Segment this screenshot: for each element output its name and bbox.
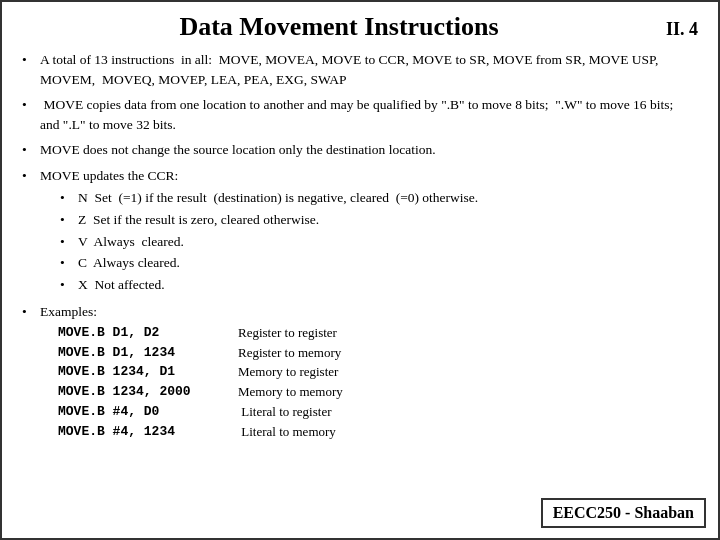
example-code: MOVE.B D1, 1234 [58, 344, 228, 363]
bullet-icon: • [22, 302, 40, 443]
bullet-text: A total of 13 instructions in all: MOVE,… [40, 50, 698, 89]
bullet-text: MOVE copies data from one location to an… [40, 95, 698, 134]
list-item: • X Not affected. [60, 275, 698, 295]
bullet-text: MOVE does not change the source location… [40, 140, 698, 160]
bullet-text: MOVE updates the CCR: [40, 168, 178, 183]
example-code: MOVE.B D1, D2 [58, 324, 228, 343]
list-item: • MOVE does not change the source locati… [22, 140, 698, 160]
bullet-icon: • [22, 140, 40, 160]
sub-bullet-icon: • [60, 210, 78, 230]
sub-bullet-text: C Always cleared. [78, 253, 180, 273]
slide-page: II. 4 [666, 19, 698, 40]
example-row: MOVE.B 1234, D1 Memory to register [58, 363, 698, 382]
example-row: MOVE.B D1, 1234 Register to memory [58, 344, 698, 363]
list-item: • C Always cleared. [60, 253, 698, 273]
bullet-icon: • [22, 95, 40, 134]
example-row: MOVE.B 1234, 2000 Memory to memory [58, 383, 698, 402]
example-desc: Literal to memory [238, 423, 336, 442]
list-item: • Examples: MOVE.B D1, D2 Register to re… [22, 302, 698, 443]
example-code: MOVE.B #4, D0 [58, 403, 228, 422]
slide-title: Data Movement Instructions [22, 12, 656, 42]
example-code: MOVE.B #4, 1234 [58, 423, 228, 442]
example-desc: Register to register [238, 324, 337, 343]
example-desc: Memory to memory [238, 383, 343, 402]
bullet-icon: • [22, 166, 40, 296]
sub-bullet-icon: • [60, 253, 78, 273]
sub-bullet-icon: • [60, 232, 78, 252]
sub-bullet-text: X Not affected. [78, 275, 165, 295]
bullet-icon: • [22, 50, 40, 89]
example-row: MOVE.B #4, D0 Literal to register [58, 403, 698, 422]
example-desc: Literal to register [238, 403, 332, 422]
slide: Data Movement Instructions II. 4 • A tot… [0, 0, 720, 540]
list-item: • N Set (=1) if the result (destination)… [60, 188, 698, 208]
example-desc: Register to memory [238, 344, 341, 363]
example-code: MOVE.B 1234, D1 [58, 363, 228, 382]
footer-badge: EECC250 - Shaaban [541, 498, 706, 528]
list-item: • Z Set if the result is zero, cleared o… [60, 210, 698, 230]
slide-header: Data Movement Instructions II. 4 [22, 12, 698, 42]
example-code: MOVE.B 1234, 2000 [58, 383, 228, 402]
bullet-text: Examples: [40, 304, 97, 319]
sub-bullet-text: V Always cleared. [78, 232, 184, 252]
sub-bullet-icon: • [60, 275, 78, 295]
slide-content: • A total of 13 instructions in all: MOV… [22, 50, 698, 443]
list-item: • MOVE copies data from one location to … [22, 95, 698, 134]
list-item: • MOVE updates the CCR: • N Set (=1) if … [22, 166, 698, 296]
sub-bullet-icon: • [60, 188, 78, 208]
list-item: • A total of 13 instructions in all: MOV… [22, 50, 698, 89]
sub-bullet-text: N Set (=1) if the result (destination) i… [78, 188, 478, 208]
examples-list: MOVE.B D1, D2 Register to register MOVE.… [58, 324, 698, 442]
sub-bullet-text: Z Set if the result is zero, cleared oth… [78, 210, 319, 230]
sub-bullet-list: • N Set (=1) if the result (destination)… [60, 188, 698, 294]
example-row: MOVE.B D1, D2 Register to register [58, 324, 698, 343]
list-item: • V Always cleared. [60, 232, 698, 252]
example-row: MOVE.B #4, 1234 Literal to memory [58, 423, 698, 442]
example-desc: Memory to register [238, 363, 338, 382]
